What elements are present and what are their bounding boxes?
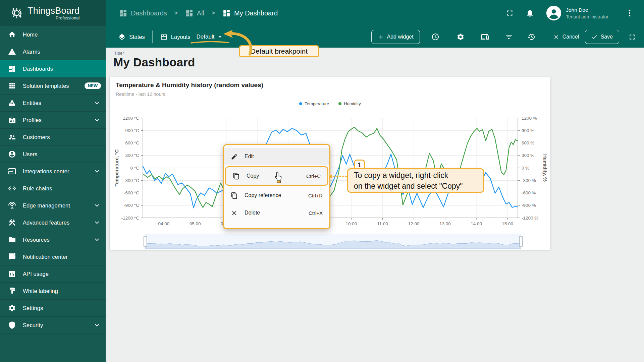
context-menu-item-copy-reference[interactable]: Copy referenceCtrl+R <box>224 187 329 204</box>
shield-icon <box>8 321 16 329</box>
version-history-icon[interactable] <box>527 33 535 41</box>
paint-icon <box>8 287 16 295</box>
sidebar-item-security[interactable]: Security <box>0 317 106 334</box>
sidebar-item-label: Home <box>23 32 38 38</box>
sidebar-item-solution-templates[interactable]: Solution templatesNEW <box>0 77 106 95</box>
timewindow-clock-icon[interactable] <box>431 33 439 41</box>
layouts-button[interactable]: Layouts <box>160 33 191 41</box>
plus-icon <box>378 34 384 40</box>
edit-icon <box>231 153 238 160</box>
sidebar-item-label: Customers <box>23 134 50 140</box>
datazoom-right-handle <box>520 236 523 247</box>
fullscreen-icon[interactable] <box>505 9 514 17</box>
chartbox-icon <box>8 270 16 278</box>
states-label: States <box>129 34 145 40</box>
sidebar-item-entities[interactable]: Entities <box>0 95 106 112</box>
save-button[interactable]: Save <box>585 30 619 44</box>
breakpoint-dropdown[interactable]: Default <box>197 33 224 41</box>
expand-fullscreen-icon[interactable] <box>628 33 636 41</box>
instruction-line: To copy a widget, right-click <box>354 170 483 181</box>
svg-text:14:00: 14:00 <box>471 221 482 226</box>
check-icon <box>591 34 598 40</box>
sidebar-item-home[interactable]: Home <box>0 26 106 43</box>
sidebar-item-label: White labeling <box>23 288 58 294</box>
dashboard-content: Title* My Dashboard Temperature & Humidi… <box>106 48 644 362</box>
notifications-bell-icon[interactable] <box>526 9 534 17</box>
widget-context-menu: EditCopyCtrl+CCopy referenceCtrl+RDelete… <box>223 144 330 229</box>
close-icon <box>553 34 559 40</box>
user-name: John Doe <box>566 7 608 13</box>
sidebar-item-white-labeling[interactable]: White labeling <box>0 283 106 300</box>
sidebar-nav: HomeAlarmsDashboardsSolution templatesNE… <box>0 26 106 334</box>
sidebar-item-resources[interactable]: Resources <box>0 231 106 248</box>
chevron-down-icon <box>93 99 101 107</box>
svg-text:-900 %: -900 % <box>522 203 536 208</box>
user-avatar[interactable] <box>546 6 561 20</box>
sidebar-item-users[interactable]: Users <box>0 146 106 163</box>
svg-text:-1200 °C: -1200 °C <box>121 216 140 221</box>
chevron-down-icon <box>93 116 101 124</box>
thingsboard-logo[interactable]: ThingsBoard Professional <box>0 0 106 26</box>
people-icon <box>8 133 16 141</box>
breadcrumb-separator: > <box>212 10 215 16</box>
sidebar-item-advanced-features[interactable]: Advanced features <box>0 214 106 231</box>
sidebar-item-notification-center[interactable]: Notification center <box>0 248 106 265</box>
sidebar-item-label: Alarms <box>23 49 40 55</box>
thingsboard-logo-icon <box>10 6 23 20</box>
states-button[interactable]: States <box>118 33 145 41</box>
sidebar-item-label: Rule chains <box>23 185 52 192</box>
add-widget-button[interactable]: Add widget <box>371 30 420 44</box>
svg-text:-1200 %: -1200 % <box>522 216 538 221</box>
dashboard-settings-gear-icon[interactable] <box>457 33 465 41</box>
sidebar-item-integrations-center[interactable]: Integrations center <box>0 163 106 180</box>
sidebar-item-label: API usage <box>23 271 49 277</box>
sidebar-item-profiles[interactable]: Profiles <box>0 112 106 129</box>
sidebar-item-label: Profiles <box>23 117 42 123</box>
sidebar-item-alarms[interactable]: Alarms <box>0 43 106 60</box>
context-menu-item-delete[interactable]: DeleteCtrl+X <box>224 204 329 222</box>
datazoom-left-handle <box>144 236 147 247</box>
manage-layouts-devices-icon[interactable] <box>480 33 489 41</box>
breadcrumb-all[interactable]: All <box>185 9 204 17</box>
svg-text:600 %: 600 % <box>522 140 534 145</box>
sidebar-item-api-usage[interactable]: API usage <box>0 265 106 283</box>
more-menu-icon[interactable] <box>625 9 634 17</box>
svg-text:0 %: 0 % <box>522 166 529 171</box>
sidebar-item-dashboards[interactable]: Dashboards <box>0 60 106 77</box>
dashboard-title-input[interactable]: My Dashboard <box>113 56 195 69</box>
layout-icon <box>160 33 168 41</box>
sidebar-item-settings[interactable]: Settings <box>0 300 106 317</box>
svg-text:-300 %: -300 % <box>522 178 536 183</box>
svg-text:900 %: 900 % <box>522 128 534 133</box>
sidebar-item-label: Entities <box>23 100 41 106</box>
sidebar-item-rule-chains[interactable]: Rule chains <box>0 180 106 197</box>
sidebar-item-customers[interactable]: Customers <box>0 129 106 146</box>
category-icon <box>8 99 16 107</box>
ethernet-icon <box>8 184 16 192</box>
chevron-down-icon <box>93 321 101 329</box>
svg-text:300 °C: 300 °C <box>125 153 140 158</box>
copy-icon <box>231 192 238 199</box>
chevron-down-icon <box>93 167 101 175</box>
add-widget-label: Add widget <box>387 34 414 40</box>
svg-text:04:00: 04:00 <box>158 221 170 226</box>
sidebar-item-label: Settings <box>23 305 43 311</box>
copy-icon <box>233 173 240 180</box>
svg-text:-300 °C: -300 °C <box>124 178 139 183</box>
cancel-button[interactable]: Cancel <box>553 34 579 40</box>
top-header: Dashboards > All > My Dashboard John Do <box>106 0 644 26</box>
breakpoint-value: Default <box>197 34 215 40</box>
antenna-icon <box>8 201 16 209</box>
sidebar-item-edge-management[interactable]: Edge management <box>0 197 106 214</box>
dashboard-icon <box>119 9 127 17</box>
toolbar-divider <box>547 31 547 43</box>
breadcrumb-dashboards[interactable]: Dashboards <box>119 9 167 17</box>
context-menu-label: Copy <box>247 173 259 179</box>
filter-icon[interactable] <box>505 33 513 41</box>
svg-text:15:00: 15:00 <box>502 221 513 226</box>
breadcrumb-my-dashboard[interactable]: My Dashboard <box>222 9 278 17</box>
context-menu-item-edit[interactable]: Edit <box>224 148 329 165</box>
cancel-label: Cancel <box>562 34 579 40</box>
svg-text:13:00: 13:00 <box>439 221 451 226</box>
sidebar-item-label: Integrations center <box>23 168 69 175</box>
